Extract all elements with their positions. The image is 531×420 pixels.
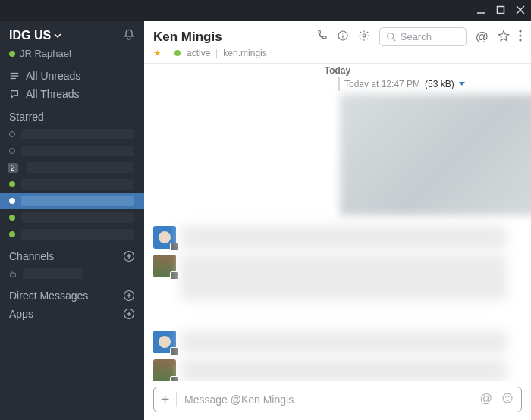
svg-point-25	[519, 39, 521, 41]
app-badge-icon	[170, 376, 178, 381]
starred-item-active[interactable]	[0, 193, 144, 209]
add-app-icon[interactable]	[123, 308, 135, 320]
avatar[interactable]	[153, 359, 176, 381]
avatar[interactable]	[153, 226, 176, 249]
search-icon	[386, 32, 396, 42]
presence-dot-icon	[9, 51, 15, 57]
app-badge-icon	[170, 243, 178, 251]
svg-point-23	[519, 30, 521, 32]
blurred-name	[21, 129, 134, 139]
blurred-message	[181, 226, 507, 249]
maximize-icon[interactable]	[496, 4, 505, 17]
sidebar: IDG US JR Raphael All Unreads All Thread…	[0, 21, 144, 420]
star-icon[interactable]	[498, 30, 510, 45]
mentions-icon[interactable]: @	[480, 392, 492, 407]
svg-point-20	[363, 34, 366, 37]
compose-placeholder[interactable]: Message @Ken Mingis	[184, 393, 473, 406]
presence-active-icon	[9, 181, 15, 187]
sidebar-item-all-unreads[interactable]: All Unreads	[0, 67, 144, 85]
mentions-icon[interactable]: @	[476, 30, 489, 45]
svg-point-19	[342, 33, 343, 33]
blurred-name	[21, 212, 134, 223]
threads-icon	[9, 89, 20, 99]
divider	[216, 49, 217, 58]
team-header[interactable]: IDG US	[0, 21, 144, 48]
section-label: Apps	[9, 308, 33, 320]
current-user[interactable]: JR Raphael	[0, 48, 144, 67]
starred-item[interactable]	[0, 176, 144, 193]
message-list[interactable]: Today Today at 12:47 PM (53 kB)	[144, 64, 531, 381]
compose-box[interactable]: + Message @Ken Mingis @	[153, 387, 522, 412]
search-input[interactable]: Search	[379, 27, 467, 46]
avatar[interactable]	[153, 255, 176, 277]
starred-item[interactable]	[0, 209, 144, 226]
close-icon[interactable]	[516, 4, 525, 17]
blurred-name	[21, 179, 134, 190]
add-dm-icon[interactable]	[123, 290, 135, 302]
starred-item[interactable]: 2	[0, 159, 144, 176]
blurred-name	[23, 268, 83, 279]
svg-line-22	[393, 39, 395, 41]
sidebar-section-starred: Starred	[0, 103, 144, 126]
starred-list: 2	[0, 126, 144, 243]
sidebar-item-label: All Unreads	[26, 70, 80, 82]
divider	[168, 49, 168, 58]
caret-down-icon[interactable]	[459, 81, 465, 87]
message-row	[144, 252, 531, 303]
blurred-name	[21, 229, 134, 240]
svg-point-27	[505, 396, 507, 398]
avatar[interactable]	[153, 331, 176, 353]
message-row	[144, 356, 531, 381]
main-container: IDG US JR Raphael All Unreads All Thread…	[0, 21, 531, 420]
sidebar-section-apps[interactable]: Apps	[0, 305, 144, 323]
svg-point-21	[387, 33, 393, 39]
file-size-label: (53 kB)	[425, 79, 454, 89]
sidebar-item-all-threads[interactable]: All Threads	[0, 85, 144, 103]
presence-active-icon	[174, 50, 181, 56]
blurred-name	[21, 146, 134, 156]
team-name: IDG US	[9, 29, 61, 42]
info-icon[interactable]	[337, 30, 349, 45]
section-label: Channels	[9, 250, 54, 262]
starred-item[interactable]	[0, 126, 144, 143]
image-attachment[interactable]	[340, 94, 531, 215]
starred-item[interactable]	[0, 226, 144, 243]
chevron-down-icon	[54, 32, 61, 39]
call-icon[interactable]	[316, 30, 328, 45]
starred-icon[interactable]: ★	[153, 48, 162, 58]
section-label: Direct Messages	[9, 290, 88, 302]
lock-icon	[9, 270, 17, 277]
blurred-name	[21, 196, 134, 206]
channel-item[interactable]	[0, 265, 144, 282]
presence-away-icon	[9, 131, 15, 137]
status-label: active	[187, 48, 210, 58]
app-badge-icon	[170, 347, 178, 356]
sidebar-section-channels[interactable]: Channels	[0, 243, 144, 265]
timestamp-label: Today at 12:47 PM	[344, 79, 420, 89]
minimize-icon[interactable]	[476, 4, 485, 17]
svg-point-28	[508, 396, 510, 398]
unreads-icon	[9, 71, 20, 81]
add-channel-icon[interactable]	[123, 250, 135, 262]
gear-icon[interactable]	[358, 30, 370, 45]
chat-title: Ken Mingis	[153, 30, 222, 45]
username-label: ken.mingis	[223, 48, 266, 58]
presence-dnd-icon	[9, 215, 15, 221]
app-badge-icon	[170, 271, 178, 280]
starred-item[interactable]	[0, 143, 144, 159]
notifications-icon[interactable]	[123, 29, 135, 43]
more-icon[interactable]	[519, 30, 522, 45]
chat-subheader: ★ active ken.mingis	[153, 48, 522, 58]
svg-rect-10	[11, 273, 16, 277]
message-row	[144, 223, 531, 252]
current-user-name: JR Raphael	[20, 48, 71, 59]
chat-header: Ken Mingis Search @ ★	[144, 21, 531, 64]
presence-active-icon	[9, 198, 15, 204]
unread-badge: 2	[8, 163, 18, 173]
svg-rect-1	[498, 7, 504, 14]
attach-icon[interactable]: +	[162, 392, 177, 407]
emoji-icon[interactable]	[501, 392, 514, 407]
sidebar-section-dms[interactable]: Direct Messages	[0, 282, 144, 305]
chat-pane: Ken Mingis Search @ ★	[144, 21, 531, 420]
section-label: Starred	[9, 111, 44, 123]
